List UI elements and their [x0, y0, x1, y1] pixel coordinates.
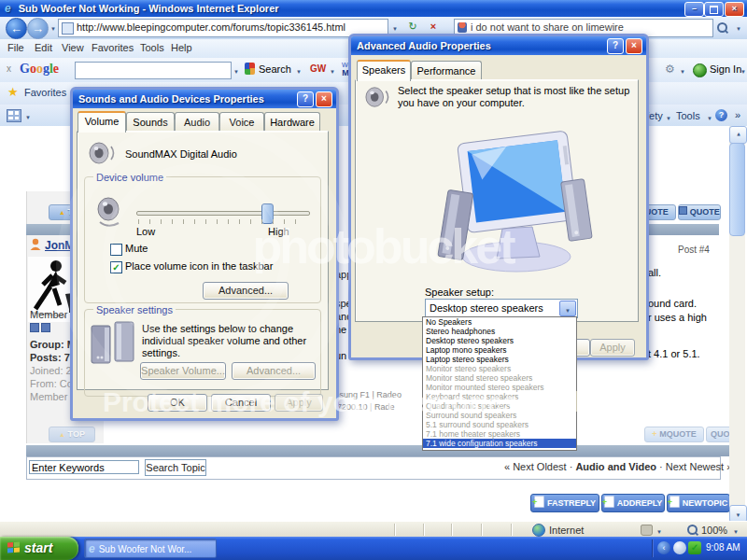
settings-dropdown[interactable] — [679, 67, 686, 76]
tab-performance[interactable]: Performance — [411, 61, 482, 80]
menu-view[interactable]: View — [62, 42, 84, 53]
next-newest-link[interactable]: · Next Newest » — [659, 461, 732, 472]
dropdown-option[interactable]: Monitor stereo speakers — [423, 364, 576, 373]
dropdown-option-selected[interactable]: 7.1 wide configuration speakers — [423, 439, 576, 448]
dropdown-option[interactable]: No Speakers — [423, 317, 576, 327]
toolbar-close-icon[interactable]: x — [7, 63, 11, 74]
volume-slider-track[interactable] — [136, 211, 310, 216]
toolbar-settings-icon[interactable] — [665, 63, 675, 76]
more-commands-chevron[interactable] — [735, 109, 740, 120]
start-button[interactable]: start — [0, 537, 78, 560]
multiquote-button-bottom[interactable]: + MQUOTE — [644, 427, 704, 442]
tray-bubble-icon[interactable] — [673, 541, 686, 554]
back-button[interactable] — [6, 18, 27, 39]
gw-dropdown[interactable] — [329, 67, 336, 76]
sign-in-dropdown[interactable] — [740, 67, 747, 76]
dropdown-option[interactable]: 5.1 surround sound speakers — [423, 420, 576, 429]
combobox-arrow-button[interactable] — [559, 301, 576, 316]
tab-voice[interactable]: Voice — [219, 112, 264, 132]
next-oldest-link[interactable]: « Next Oldest · — [504, 461, 572, 472]
dropdown-option[interactable]: Laptop mono speakers — [423, 345, 576, 355]
speaker-advanced-button[interactable]: Advanced... — [232, 362, 316, 380]
close-button[interactable] — [725, 2, 744, 17]
tools-menu[interactable]: Tools — [676, 110, 700, 121]
safety-dropdown[interactable] — [665, 114, 672, 122]
newtopic-button[interactable]: NEWTOPIC — [667, 494, 730, 512]
post-text-fragment: ound card. — [648, 298, 697, 309]
google-search-input[interactable] — [75, 62, 232, 79]
fastreply-button[interactable]: FASTREPLY — [530, 494, 599, 512]
tab-volume[interactable]: Volume — [78, 111, 126, 133]
speaker-volume-button[interactable]: Speaker Volume... — [140, 362, 226, 380]
search-options-dropdown[interactable] — [734, 24, 743, 33]
address-dropdown-button[interactable] — [389, 24, 401, 33]
speaker-settings-text: Use the settings below to change individ… — [142, 323, 314, 359]
cancel-button[interactable]: Cancel — [211, 394, 271, 412]
mute-checkbox[interactable] — [110, 244, 122, 256]
keywords-input[interactable] — [29, 460, 139, 474]
search-topic-button[interactable]: Search Topic — [145, 459, 206, 476]
taskbar-item-ie[interactable]: eSub Woofer Not Wor... — [84, 539, 217, 558]
tray-shield-icon[interactable] — [688, 541, 701, 554]
help-icon[interactable]: ? — [715, 109, 727, 121]
forward-button[interactable] — [27, 18, 49, 39]
tab-list-dropdown[interactable] — [23, 113, 33, 121]
zoom-level[interactable]: 100% — [701, 525, 727, 536]
dropdown-option[interactable]: Laptop stereo speakers — [423, 355, 576, 364]
sounds-help-button[interactable]: ? — [297, 91, 314, 107]
ok-button[interactable]: OK — [148, 394, 207, 412]
stop-button[interactable] — [426, 21, 441, 32]
dropdown-option[interactable]: Surround sound speakers — [423, 411, 576, 420]
quote-button[interactable]: QUOTE — [678, 204, 721, 220]
addreply-button[interactable]: ADDREPLY — [601, 494, 665, 512]
tab-speakers[interactable]: Speakers — [357, 60, 411, 81]
menu-favorites[interactable]: Favorites — [92, 42, 134, 53]
ie-logo-icon: e — [5, 0, 11, 17]
sounds-close-button[interactable] — [316, 91, 332, 107]
refresh-button[interactable] — [405, 21, 420, 33]
dropdown-option[interactable]: Quadraphonic speakers — [423, 401, 576, 411]
scrollbar-thumb[interactable] — [729, 143, 745, 236]
zoom-dropdown[interactable] — [732, 527, 740, 536]
advanced-apply-button[interactable]: Apply — [590, 339, 635, 357]
tab-audio[interactable]: Audio — [175, 112, 219, 132]
speaker-setup-combobox[interactable]: Desktop stereo speakers — [425, 299, 578, 318]
nav-history-dropdown[interactable] — [49, 24, 58, 33]
restore-button[interactable] — [704, 2, 724, 17]
sign-in-status-icon — [693, 63, 707, 77]
advanced-help-button[interactable]: ? — [607, 38, 624, 54]
tab-hardware[interactable]: Hardware — [264, 112, 320, 132]
minimize-button[interactable] — [684, 2, 704, 17]
apply-button[interactable]: Apply — [275, 394, 323, 412]
tools-dropdown[interactable] — [706, 114, 713, 122]
google-search-button[interactable]: Search — [259, 63, 291, 75]
sign-in-button[interactable]: Sign In — [710, 63, 741, 75]
device-advanced-button[interactable]: Advanced... — [203, 282, 289, 300]
google-search-more-dropdown[interactable] — [295, 67, 303, 76]
dropdown-option[interactable]: Monitor stand stereo speakers — [423, 373, 576, 383]
dropdown-option[interactable]: Stereo headphones — [423, 327, 576, 336]
dropdown-option[interactable]: 7.1 home theater speakers — [423, 429, 576, 439]
protected-mode-dropdown[interactable] — [655, 527, 663, 536]
address-field[interactable]: http://www.bleepingcomputer.com/forums/t… — [58, 19, 388, 37]
dropdown-option[interactable]: Desktop stereo speakers — [423, 336, 576, 345]
category-link[interactable]: Audio and Video — [575, 461, 656, 472]
gw-toolbar-badge[interactable]: GW — [310, 63, 326, 74]
tab-sounds[interactable]: Sounds — [126, 112, 175, 132]
quick-tabs-icon[interactable] — [7, 109, 21, 122]
search-magnifier-icon[interactable] — [717, 22, 727, 33]
menu-help[interactable]: Help — [171, 42, 192, 53]
menu-edit[interactable]: Edit — [35, 42, 52, 53]
dropdown-option[interactable]: Monitor mounted stereo speakers — [423, 383, 576, 392]
favorites-button[interactable]: Favorites — [24, 87, 66, 98]
menu-file[interactable]: File — [7, 42, 24, 53]
scroll-up-button[interactable] — [729, 126, 747, 144]
menu-tools[interactable]: Tools — [140, 42, 164, 53]
taskbar-icon-checkbox[interactable] — [110, 261, 122, 273]
advanced-close-button[interactable] — [626, 38, 642, 54]
google-search-dropdown[interactable] — [232, 67, 241, 76]
top-button-bottom[interactable]: TOP — [49, 427, 95, 442]
dropdown-option[interactable]: Keyboard stereo speakers — [423, 392, 576, 401]
protected-mode-icon[interactable] — [641, 525, 653, 536]
tray-back-icon[interactable]: ‹ — [657, 541, 670, 554]
